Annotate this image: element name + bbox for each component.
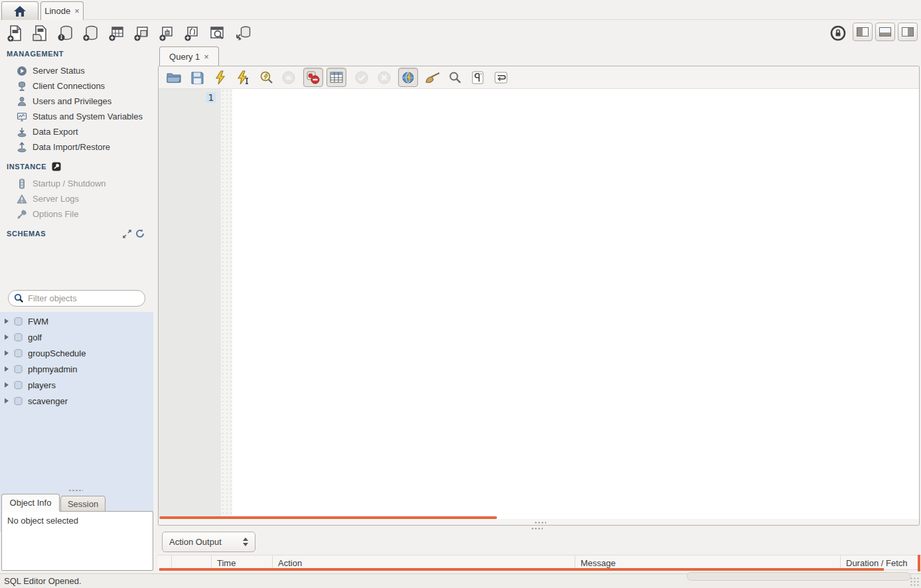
combo-arrows-icon [243, 538, 248, 546]
toggle-right-sidebar-button[interactable] [898, 23, 918, 41]
find-icon[interactable] [447, 69, 464, 86]
object-info-panel: No object selected [1, 511, 153, 571]
bottom-scrollbar-thumb[interactable] [687, 572, 911, 581]
create-procedure-icon[interactable] [157, 24, 177, 42]
schema-item-phpmyadmin[interactable]: phpmyadmin [0, 361, 153, 377]
mysql-workbench-window: Linode × [0, 0, 921, 588]
sidebar-item-users-privileges[interactable]: Users and Privileges [16, 94, 111, 109]
schema-inspector-icon[interactable] [56, 24, 76, 42]
instance-admin-icon [52, 162, 61, 171]
new-query-tab-icon[interactable] [5, 24, 25, 42]
tab-label: Object Info [10, 498, 52, 508]
tab-query-1[interactable]: Query 1 × [159, 46, 219, 66]
output-horizontal-scrollbar[interactable] [159, 568, 884, 571]
data-export-icon [16, 126, 27, 137]
create-schema-icon[interactable] [81, 24, 101, 42]
sidebar-item-startup-shutdown[interactable]: Startup / Shutdown [16, 176, 106, 191]
search-table-data-icon[interactable] [207, 24, 227, 42]
commit-icon[interactable] [353, 69, 370, 86]
query-tab-label: Query 1 [169, 52, 200, 62]
sidebar-item-label: Status and System Variables [33, 111, 143, 121]
sidebar-item-server-logs[interactable]: Server Logs [16, 191, 79, 206]
execute-icon[interactable] [212, 69, 229, 86]
open-sql-script-icon[interactable] [31, 24, 50, 42]
object-info-text: No object selected [7, 516, 78, 526]
save-icon[interactable] [188, 69, 206, 86]
create-function-icon[interactable] [182, 24, 202, 42]
create-view-icon[interactable] [131, 24, 151, 42]
left-panel-icon [857, 27, 869, 37]
sidebar-item-label: Options File [33, 209, 78, 219]
expander-icon[interactable] [5, 319, 9, 324]
schemas-section-header: SCHEMAS [7, 230, 46, 238]
schema-item-scavenger[interactable]: scavenger [0, 393, 153, 409]
expand-schemas-icon[interactable] [123, 230, 131, 238]
wrench-icon [16, 208, 27, 220]
limit-rows-button[interactable] [326, 68, 346, 87]
toggle-stop-on-error-button[interactable] [303, 68, 323, 87]
instance-section-header: INSTANCE [7, 162, 61, 171]
expander-icon[interactable] [5, 366, 9, 372]
beautify-icon[interactable] [424, 69, 441, 86]
sidebar-item-data-export[interactable]: Data Export [16, 124, 78, 139]
close-icon[interactable]: × [204, 52, 209, 62]
expander-icon[interactable] [5, 350, 9, 356]
tab-session[interactable]: Session [60, 496, 106, 512]
rollback-icon[interactable] [376, 69, 393, 86]
sidebar-item-label: Users and Privileges [33, 96, 111, 106]
create-table-icon[interactable] [106, 24, 126, 42]
expander-icon[interactable] [5, 398, 9, 404]
sidebar-item-options-file[interactable]: Options File [16, 206, 78, 222]
tab-connection-linode[interactable]: Linode × [40, 1, 84, 20]
autocommit-icon [401, 71, 415, 84]
limit-rows-icon [330, 72, 343, 83]
invisible-chars-icon[interactable] [469, 69, 486, 86]
schema-item-groupschedule[interactable]: groupSchedule [0, 345, 153, 361]
toggle-left-sidebar-button[interactable] [853, 23, 873, 41]
sidebar-splitter-handle[interactable] [68, 489, 83, 492]
schema-item-players[interactable]: players [0, 377, 153, 393]
tab-object-info[interactable]: Object Info [1, 494, 60, 512]
editor-horizontal-scrollbar[interactable] [159, 516, 497, 519]
sql-editor: 1 [158, 66, 920, 526]
sidebar-item-client-connections[interactable]: Client Connections [16, 78, 105, 94]
line-number: 1 [206, 92, 216, 103]
refresh-schemas-icon[interactable] [135, 229, 145, 238]
schema-name: groupSchedule [28, 348, 86, 358]
user-icon [16, 96, 27, 107]
filter-objects-input[interactable] [28, 293, 127, 303]
sidebar-item-status-system-variables[interactable]: Status and System Variables [16, 109, 143, 124]
fold-margin [221, 89, 232, 516]
sidebar-item-data-import[interactable]: Data Import/Restore [16, 139, 110, 155]
sidebar-item-label: Startup / Shutdown [33, 179, 106, 188]
toggle-output-area-button[interactable] [875, 23, 895, 41]
explain-icon[interactable] [258, 69, 275, 86]
wrap-text-icon[interactable] [492, 69, 510, 86]
expander-icon[interactable] [5, 382, 9, 388]
open-file-icon[interactable] [165, 69, 182, 86]
schema-icon [13, 333, 23, 342]
schema-icon [13, 317, 23, 326]
stop-icon[interactable] [280, 69, 297, 86]
execute-current-icon[interactable] [235, 69, 252, 86]
schema-name: phpmyadmin [28, 364, 77, 374]
window-resize-grip[interactable] [910, 577, 919, 586]
tab-home[interactable] [1, 1, 38, 20]
close-icon[interactable]: × [74, 6, 80, 16]
output-vertical-scrollbar[interactable] [918, 555, 920, 571]
expander-icon[interactable] [5, 334, 9, 340]
sidebar-item-label: Data Import/Restore [33, 142, 110, 152]
toggle-autocommit-button[interactable] [398, 68, 418, 87]
output-selector[interactable]: Action Output [162, 532, 255, 552]
sidebar-item-server-status[interactable]: Server Status [16, 63, 85, 78]
code-area[interactable] [232, 89, 918, 516]
bottom-panel-icon [879, 27, 891, 37]
schema-item-fwm[interactable]: FWM [0, 313, 153, 329]
schema-item-golf[interactable]: golf [0, 329, 153, 345]
data-import-icon [16, 141, 27, 153]
output-splitter-handle[interactable] [531, 528, 543, 530]
schema-icon [13, 381, 23, 390]
startup-shutdown-icon [16, 178, 27, 189]
reconnect-dbms-icon[interactable] [234, 24, 253, 42]
schema-icon [13, 365, 23, 374]
